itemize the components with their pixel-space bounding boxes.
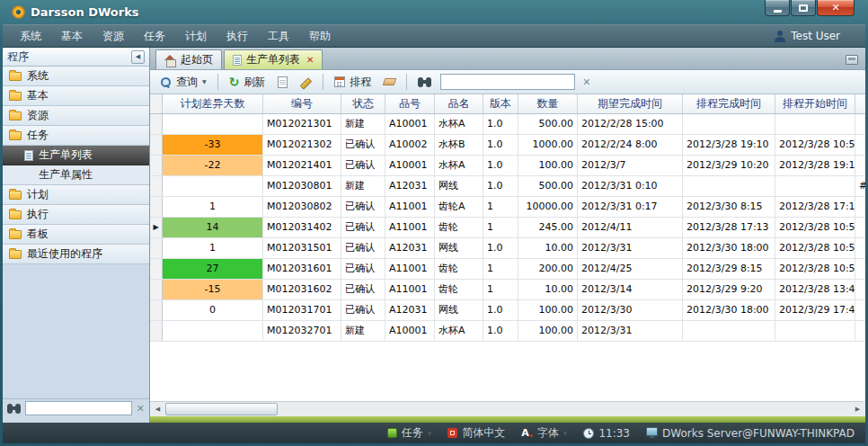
scroll-right-icon[interactable]: ▶ [850,402,865,416]
cell-no[interactable]: M012030802 [263,197,341,217]
cell-extra[interactable]: # [855,176,865,196]
column-header[interactable]: 状态 [341,94,385,113]
menu-item[interactable]: 执行 [217,25,258,47]
cell-qty[interactable]: 500.00 [518,176,578,196]
tab[interactable]: 起始页 [155,49,222,69]
column-header[interactable]: 品名 [435,94,483,113]
row-marker[interactable] [150,280,163,299]
cell-sched_start[interactable]: 2012/3/28 13:40 [775,280,855,299]
cell-sched_start[interactable]: 2012/3/28 17:13 [775,197,855,217]
cell-status[interactable]: 已确认 [341,280,385,299]
cell-version[interactable]: 1.0 [483,114,518,134]
cell-item_no[interactable]: A12031 [385,300,435,320]
clear-filter-button[interactable]: ✕ [577,73,596,92]
statusbar-font-dropdown[interactable]: A 字体 ▼ [521,425,567,441]
cell-diff[interactable]: -22 [163,156,263,175]
cell-no[interactable]: M012031501 [263,238,341,258]
cell-sched_start[interactable]: 2012/3/28 10:52 [775,135,855,155]
cell-sched_start[interactable]: 2012/3/28 10:52 [775,259,855,279]
cell-version[interactable]: 1.0 [483,321,518,341]
column-header[interactable]: 期望完成时间 [578,94,683,113]
sidebar-item[interactable]: 生产单列表 [3,146,149,165]
cell-no[interactable]: M012031602 [263,280,341,299]
column-header[interactable]: 数量 [518,94,578,113]
menu-item[interactable]: 系统 [10,25,51,47]
cell-item_no[interactable]: A12031 [385,238,435,258]
cell-sched_finish[interactable] [683,321,775,341]
cell-version[interactable]: 1 [483,280,518,299]
cell-diff[interactable]: 1 [163,197,263,217]
cell-extra[interactable] [855,280,865,299]
menu-item[interactable]: 工具 [258,25,299,47]
cell-sched_finish[interactable]: 2012/3/29 8:15 [683,259,775,279]
cell-expected[interactable]: 2012/3/31 [578,238,683,258]
statusbar-language-dropdown[interactable]: 简体中文 [447,425,505,441]
cell-item_name[interactable]: 水杯A [435,114,483,134]
cell-qty[interactable]: 10000.00 [518,197,578,217]
sidebar-search-input[interactable] [25,401,132,415]
cell-qty[interactable]: 10.00 [518,280,578,299]
cell-sched_finish[interactable] [683,176,775,196]
minimize-button[interactable] [765,0,790,16]
cell-version[interactable]: 1 [483,218,518,237]
cell-sched_start[interactable] [775,114,855,134]
cell-sched_finish[interactable]: 2012/3/30 8:15 [683,197,775,217]
row-marker[interactable] [150,238,163,258]
cell-sched_finish[interactable]: 2012/3/30 18:00 [683,238,775,258]
cell-expected[interactable]: 2012/3/7 [578,156,683,175]
row-marker[interactable]: ▶ [150,218,163,237]
column-header[interactable]: 计划差异天数 [163,94,263,113]
cell-sched_start[interactable]: 2012/3/28 10:52 [775,218,855,237]
cell-no[interactable]: M012030801 [263,176,341,196]
sidebar-item[interactable]: 执行 [3,205,149,225]
close-button[interactable]: ✕ [817,0,855,16]
find-button[interactable] [412,73,437,92]
cell-item_name[interactable]: 网线 [435,176,483,196]
cell-status[interactable]: 已确认 [341,300,385,320]
cell-qty[interactable]: 500.00 [518,114,578,134]
cell-no[interactable]: M012021401 [263,156,341,175]
row-marker[interactable] [150,156,163,175]
cell-no[interactable]: M012021301 [263,114,341,134]
row-marker[interactable] [150,259,163,279]
sidebar-item[interactable]: 最近使用的程序 [3,245,149,264]
menu-item[interactable]: 计划 [175,25,217,47]
cell-item_no[interactable]: A10001 [385,114,435,134]
cell-sched_start[interactable]: 2012/3/28 19:10 [775,156,855,175]
cell-sched_finish[interactable]: 2012/3/28 17:13 [683,218,775,237]
cell-extra[interactable] [855,218,865,237]
cell-expected[interactable]: 2012/2/28 15:00 [578,114,683,134]
cell-diff[interactable] [163,176,263,196]
cell-no[interactable]: M012031601 [263,259,341,279]
cell-sched_start[interactable]: 2012/3/28 10:52 [775,238,855,258]
statusbar-task-dropdown[interactable]: 任务 ▼ [387,425,432,441]
tab-active[interactable]: 生产单列表✕ [224,49,323,69]
cell-status[interactable]: 新建 [341,114,385,134]
cell-item_name[interactable]: 水杯B [435,135,483,155]
cell-version[interactable]: 1.0 [483,300,518,320]
column-header[interactable] [855,94,865,113]
schedule-button[interactable]: 排程 [329,73,376,92]
cell-diff[interactable]: 0 [163,300,263,320]
cell-diff[interactable]: -33 [163,135,263,155]
cell-item_name[interactable]: 齿轮A [435,197,483,217]
cell-version[interactable]: 1 [483,259,518,279]
column-header[interactable]: 排程开始时间 [775,94,855,113]
cell-sched_finish[interactable] [683,114,775,134]
cell-item_no[interactable]: A10002 [385,135,435,155]
scroll-track[interactable] [165,402,850,416]
sidebar-search-clear-icon[interactable]: ✕ [137,404,145,414]
cell-extra[interactable] [855,156,865,175]
eraser-button[interactable] [378,73,401,92]
sidebar-item[interactable]: 基本 [3,86,149,106]
cell-expected[interactable]: 2012/4/11 [578,218,683,237]
scroll-left-icon[interactable]: ◀ [150,402,165,416]
cell-item_name[interactable]: 水杯A [435,156,483,175]
cell-extra[interactable] [855,321,865,341]
cell-sched_start[interactable]: 2012/3/29 17:46 [775,300,855,320]
cell-item_no[interactable]: A11001 [385,197,435,217]
cell-no[interactable]: M012021302 [263,135,341,155]
cell-diff[interactable]: -15 [163,280,263,299]
query-button[interactable]: 查询 ▼ [155,73,212,92]
cell-item_name[interactable]: 网线 [435,300,483,320]
